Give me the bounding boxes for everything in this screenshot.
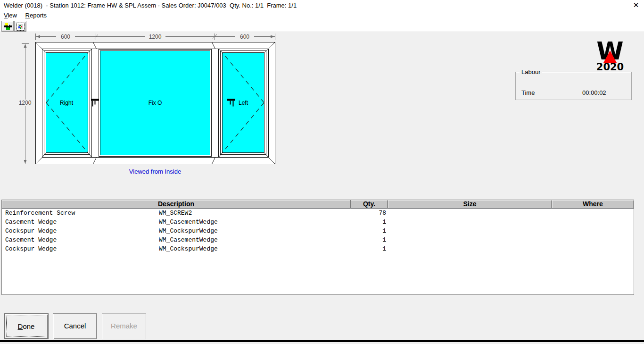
column-header-qty: Qty. xyxy=(351,200,388,209)
part-qty: 1 xyxy=(351,235,388,244)
table-row[interactable]: Casement WedgeWM_CasementWedge 1 xyxy=(2,235,634,244)
viewed-from-inside-caption: Viewed from Inside xyxy=(108,168,202,175)
part-where xyxy=(552,235,634,244)
part-description: Reinforcement Screw xyxy=(2,209,159,218)
column-header-where: Where xyxy=(552,200,634,209)
part-size xyxy=(388,244,552,253)
column-header-description: Description xyxy=(2,200,351,209)
part-code: WM_CockspurWedge xyxy=(159,227,351,235)
table-row[interactable]: Cockspur WedgeWM_CockspurWedge 1 xyxy=(2,227,634,235)
done-button[interactable]: Done xyxy=(4,313,49,339)
parts-table-header: Description Qty. Size Where xyxy=(2,200,634,209)
dim-top-center: 1200 xyxy=(149,34,162,40)
bottom-divider xyxy=(0,340,644,342)
column-header-size: Size xyxy=(388,200,552,209)
logo-red-triangle-icon xyxy=(603,50,617,63)
labour-time-value: 00:00:02 xyxy=(582,89,606,96)
dim-top-left: 600 xyxy=(61,34,70,40)
part-size xyxy=(388,227,552,235)
part-code: WM_SCREW2 xyxy=(159,209,351,218)
part-description: Casement Wedge xyxy=(2,235,159,244)
frame-diagram: 600 1200 600 1200 xyxy=(0,0,283,179)
remake-button: Remake xyxy=(102,313,146,339)
part-size xyxy=(388,235,552,244)
table-row[interactable]: Reinforcement ScrewWM_SCREW2 78 xyxy=(2,209,634,218)
part-qty: 1 xyxy=(351,244,388,253)
part-description: Casement Wedge xyxy=(2,218,159,227)
part-where xyxy=(552,218,634,227)
part-qty: 1 xyxy=(351,227,388,235)
part-description: Cockspur Wedge xyxy=(2,244,159,253)
labour-time-label: Time xyxy=(521,89,535,96)
labour-groupbox: Labour Time 00:00:02 xyxy=(515,72,632,100)
cancel-button[interactable]: Cancel xyxy=(53,313,97,339)
logo-2020: W 2020 xyxy=(593,38,627,72)
parts-table: Description Qty. Size Where Reinforcemen… xyxy=(1,200,634,295)
pane-label-fixed: Fix O xyxy=(149,100,162,106)
part-qty: 78 xyxy=(351,209,388,218)
close-icon[interactable]: ✕ xyxy=(631,0,641,10)
part-qty: 1 xyxy=(351,218,388,227)
dim-top-right: 600 xyxy=(240,34,249,40)
part-code: WM_CasementWedge xyxy=(159,235,351,244)
table-row[interactable]: Cockspur WedgeWM_CockspurWedge 1 xyxy=(2,244,634,253)
part-code: WM_CockspurWedge xyxy=(159,244,351,253)
part-where xyxy=(552,209,634,218)
part-size xyxy=(388,218,552,227)
part-where xyxy=(552,227,634,235)
part-code: WM_CasementWedge xyxy=(159,218,351,227)
labour-title: Labour xyxy=(520,68,542,76)
part-where xyxy=(552,244,634,253)
pane-label-right: Right xyxy=(60,100,74,106)
table-row[interactable]: Casement WedgeWM_CasementWedge 1 xyxy=(2,218,634,227)
dim-left-height: 1200 xyxy=(19,100,32,106)
part-description: Cockspur Wedge xyxy=(2,227,159,235)
pane-label-left: Left xyxy=(239,100,248,106)
part-size xyxy=(388,209,552,218)
